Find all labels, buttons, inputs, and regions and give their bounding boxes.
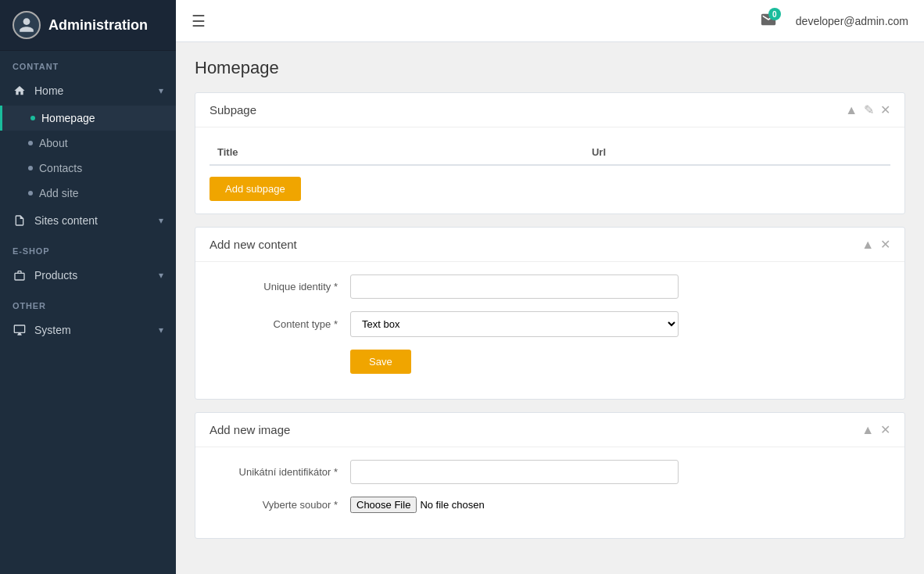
page-title: Homepage xyxy=(195,58,905,78)
subpage-card-title: Subpage xyxy=(210,103,256,117)
file-input[interactable] xyxy=(350,497,543,513)
edit-icon[interactable]: ✎ xyxy=(864,102,874,117)
add-image-card-title: Add new image xyxy=(210,423,290,436)
add-subpage-button[interactable]: Add subpage xyxy=(210,177,301,201)
close-icon[interactable]: ✕ xyxy=(880,102,890,117)
sidebar-subitem-about-label: About xyxy=(39,137,68,149)
sidebar-item-sites-content-label: Sites content xyxy=(34,214,98,227)
collapse-icon[interactable]: ▲ xyxy=(861,238,874,252)
content-area: Homepage Subpage ▲ ✎ ✕ Title Url xyxy=(176,42,924,574)
save-row: Save xyxy=(210,350,890,374)
monitor-icon xyxy=(13,323,27,337)
sidebar: Administration CONTANT Home ▾ Homepage A… xyxy=(0,0,176,574)
unique-identity-label: Unique identity * xyxy=(210,281,350,292)
sidebar-subitem-contacts-label: Contacts xyxy=(39,162,82,174)
collapse-icon[interactable]: ▲ xyxy=(861,423,874,437)
main-content: ☰ 0 developer@admin.com Homepage Subpage… xyxy=(176,0,924,574)
add-image-card-actions: ▲ ✕ xyxy=(861,422,890,437)
unique-id-row: Unikátní identifikátor * xyxy=(210,460,890,484)
file-input-wrap xyxy=(350,497,543,513)
add-image-card-header: Add new image ▲ ✕ xyxy=(195,413,904,447)
subpage-card-body: Title Url Add subpage xyxy=(195,127,904,213)
app-title: Administration xyxy=(48,17,148,34)
dot-icon xyxy=(30,116,35,120)
subpage-card: Subpage ▲ ✎ ✕ Title Url xyxy=(195,92,905,214)
content-type-row: Content type * Text box Image Gallery Vi… xyxy=(210,311,890,337)
unique-identity-row: Unique identity * xyxy=(210,274,890,299)
dot-icon xyxy=(28,166,33,170)
dot-icon xyxy=(28,191,33,196)
chevron-down-icon: ▾ xyxy=(159,270,163,281)
user-email: developer@admin.com xyxy=(796,15,908,27)
sidebar-subitem-about[interactable]: About xyxy=(0,131,176,156)
section-label-contant: CONTANT xyxy=(0,51,176,76)
dot-icon xyxy=(28,141,33,145)
chevron-down-icon: ▾ xyxy=(159,325,163,335)
collapse-icon[interactable]: ▲ xyxy=(845,103,858,117)
chevron-down-icon: ▾ xyxy=(159,85,163,96)
sidebar-subitem-homepage[interactable]: Homepage xyxy=(0,106,176,131)
section-label-eshop: E-SHOP xyxy=(0,235,176,260)
unique-identity-input[interactable] xyxy=(350,274,679,299)
add-content-card-title: Add new content xyxy=(210,238,297,251)
unique-id-label: Unikátní identifikátor * xyxy=(210,466,350,478)
sidebar-subitem-homepage-label: Homepage xyxy=(41,112,95,124)
sidebar-item-system[interactable]: System ▾ xyxy=(0,315,176,345)
sidebar-item-sites-content[interactable]: Sites content ▾ xyxy=(0,206,176,235)
content-type-label: Content type * xyxy=(210,318,350,330)
sidebar-subitem-add-site[interactable]: Add site xyxy=(0,181,176,206)
subpage-card-header: Subpage ▲ ✎ ✕ xyxy=(195,93,904,127)
sidebar-subitem-add-site-label: Add site xyxy=(39,187,79,199)
box-icon xyxy=(13,268,27,282)
col-title: Title xyxy=(210,140,584,165)
file-row: Vyberte soubor * xyxy=(210,497,890,513)
sidebar-item-home[interactable]: Home ▾ xyxy=(0,76,176,106)
add-content-card-body: Unique identity * Content type * Text bo… xyxy=(195,262,904,399)
home-icon xyxy=(13,84,27,98)
sidebar-item-home-label: Home xyxy=(34,84,63,97)
subpage-card-actions: ▲ ✎ ✕ xyxy=(845,102,890,117)
add-image-card-body: Unikátní identifikátor * Vyberte soubor … xyxy=(195,447,904,538)
sidebar-subitem-contacts[interactable]: Contacts xyxy=(0,156,176,181)
notification-badge: 0 xyxy=(768,8,781,20)
page-icon xyxy=(13,213,27,228)
sidebar-header: Administration xyxy=(0,0,176,51)
content-type-select[interactable]: Text box Image Gallery Video xyxy=(350,311,679,337)
subpage-table: Title Url xyxy=(210,140,890,166)
topbar: ☰ 0 developer@admin.com xyxy=(176,0,924,42)
unique-id-input[interactable] xyxy=(350,460,679,484)
add-image-card: Add new image ▲ ✕ Unikátní identifikátor… xyxy=(195,412,905,539)
sidebar-item-system-label: System xyxy=(34,324,71,336)
close-icon[interactable]: ✕ xyxy=(880,237,890,252)
chevron-down-icon: ▾ xyxy=(159,215,163,226)
user-icon xyxy=(18,16,35,34)
file-label: Vyberte soubor * xyxy=(210,499,350,511)
add-content-card: Add new content ▲ ✕ Unique identity * Co… xyxy=(195,227,905,400)
section-label-other: OTHER xyxy=(0,290,176,315)
notification-bell[interactable]: 0 xyxy=(760,11,777,30)
avatar xyxy=(13,11,41,39)
add-content-card-actions: ▲ ✕ xyxy=(861,237,890,252)
save-button[interactable]: Save xyxy=(350,350,411,374)
sidebar-item-products[interactable]: Products ▾ xyxy=(0,260,176,290)
close-icon[interactable]: ✕ xyxy=(880,422,890,437)
sidebar-item-products-label: Products xyxy=(34,269,77,282)
menu-icon[interactable]: ☰ xyxy=(192,12,206,30)
col-url: Url xyxy=(584,140,890,165)
add-content-card-header: Add new content ▲ ✕ xyxy=(195,228,904,262)
